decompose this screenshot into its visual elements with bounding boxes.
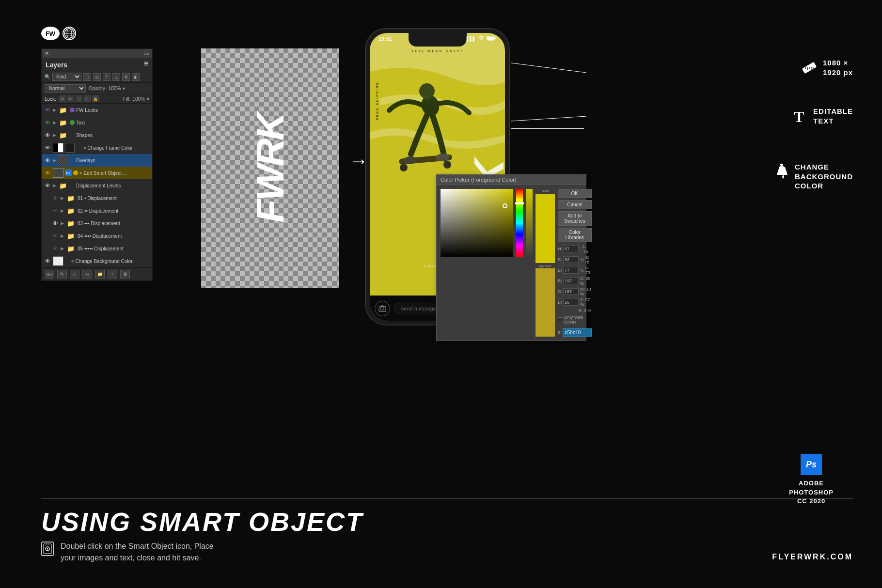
color-gradient-picker[interactable] xyxy=(441,189,513,257)
delete-button[interactable]: 🗑 xyxy=(120,270,130,279)
kind-dropdown[interactable]: Kind xyxy=(52,73,81,81)
svg-point-11 xyxy=(400,164,408,171)
layer-text[interactable]: 👁 ▶ 📁 Text xyxy=(42,116,152,129)
color-libraries-button[interactable]: Color Libraries xyxy=(558,228,592,242)
layer-mask xyxy=(65,143,75,153)
dimensions-annotation: 1080 × 1920 px xyxy=(802,58,853,77)
layer-overlays[interactable]: 👁 ▶ Overlays xyxy=(42,154,152,167)
panel-titlebar: ✕ >> xyxy=(42,49,152,58)
saturation-input[interactable] xyxy=(563,256,579,263)
visibility-eye[interactable]: 👁 xyxy=(44,182,51,189)
expand-chevron[interactable]: ▶ xyxy=(61,221,64,226)
layer-name: FW Looks xyxy=(76,108,150,113)
visibility-eye[interactable]: 👁 xyxy=(44,156,51,164)
this-week-text: THIS WEEK ONLY! xyxy=(370,49,505,53)
change-bg-annotation: CHANGE BACKGROUND COLOR xyxy=(774,162,853,191)
group-button[interactable]: 📁 xyxy=(95,270,105,279)
layer-displacement-03[interactable]: 👁 ▶ 📁 03 ••• Displacement xyxy=(42,217,152,230)
expand-chevron[interactable]: ▶ xyxy=(53,133,56,138)
layer-thumb: 📁 xyxy=(58,130,68,140)
hue-input[interactable] xyxy=(563,246,579,252)
type-filter[interactable]: T xyxy=(103,73,110,81)
blue-input[interactable] xyxy=(563,299,579,306)
new-layer-button[interactable]: □ xyxy=(70,270,79,279)
layer-change-frame[interactable]: 👁 > Change Frame Color xyxy=(42,141,152,154)
visibility-eye[interactable]: 👁 xyxy=(51,219,59,227)
visibility-eye[interactable]: 👁 xyxy=(44,131,51,139)
expand-chevron[interactable]: ▶ xyxy=(61,233,64,238)
annotation-line-1 xyxy=(511,85,584,85)
lock-all[interactable]: 🔒 xyxy=(92,95,99,102)
smart-filter[interactable]: ⚙ xyxy=(122,73,130,81)
visibility-eye[interactable]: 👁 xyxy=(44,257,51,265)
cancel-button[interactable]: Cancel xyxy=(558,200,592,209)
expand-chevron[interactable]: ▶ xyxy=(53,158,56,163)
layer-displacement-02[interactable]: 👁 ▶ 📁 02 •• Displacement xyxy=(42,204,152,217)
logo-area: FW xyxy=(41,27,76,40)
new-label: new xyxy=(536,189,555,193)
layer-displacement[interactable]: 👁 ▶ 📁 Displacement Levels xyxy=(42,179,152,192)
lock-artboard[interactable]: ↔ xyxy=(76,95,82,102)
fill-row: Fill: 100% ▾ xyxy=(123,96,149,102)
blend-mode-dropdown[interactable]: Normal xyxy=(45,84,86,93)
lock-move[interactable]: ⊡ xyxy=(84,95,91,102)
layer-displacement-01[interactable]: 👁 ▶ 📁 01 • Displacement xyxy=(42,192,152,204)
svg-point-12 xyxy=(443,161,451,169)
red-input[interactable] xyxy=(563,278,579,284)
color-picker-right-panel: OK Cancel Add to Swatches Color Librarie… xyxy=(558,189,592,337)
visibility-eye[interactable]: 👁 xyxy=(51,194,59,202)
bottom-section: USING SMART OBJECT Doubel click on the S… xyxy=(41,498,853,564)
visibility-eye[interactable]: 👁 xyxy=(44,106,51,114)
adjustment-button[interactable]: ◎ xyxy=(82,270,92,279)
lock-pixels[interactable]: ⊞ xyxy=(59,95,66,102)
layer-fw-looks[interactable]: 👁 ▶ 📁 FW Looks xyxy=(42,104,152,116)
expand-chevron[interactable]: ▶ xyxy=(61,246,64,251)
lock-row: Lock: ⊞ ✏ ↔ ⊡ 🔒 Fill: 100% ▾ xyxy=(42,94,152,104)
visibility-eye[interactable]: 👁 xyxy=(44,144,51,152)
green-input[interactable] xyxy=(563,288,579,295)
panel-expand[interactable]: >> xyxy=(144,51,149,56)
expand-chevron[interactable]: ▶ xyxy=(61,208,64,213)
go-button[interactable]: GO xyxy=(45,270,54,279)
hex-input[interactable] xyxy=(563,328,592,337)
layer-shapes[interactable]: 👁 ▶ 📁 Shapes xyxy=(42,129,152,141)
ok-button[interactable]: OK xyxy=(558,189,592,198)
panel-close[interactable]: ✕ xyxy=(45,50,49,57)
layer-displacement-04[interactable]: 👁 ▶ 📁 04 •••• Displacement xyxy=(42,230,152,242)
layers-list: 👁 ▶ 📁 FW Looks 👁 ▶ 📁 Text 👁 ▶ 📁 Shapes 👁 xyxy=(42,104,152,267)
pixel-filter[interactable]: □ xyxy=(83,73,91,81)
layer-displacement-05[interactable]: 👁 ▶ 📁 05 ••••• Displacement xyxy=(42,242,152,255)
hue-marker xyxy=(515,202,524,204)
layer-name: > Change Frame Color xyxy=(83,145,150,151)
expand-chevron[interactable]: ▶ xyxy=(53,108,56,112)
shape-filter[interactable]: △ xyxy=(112,73,120,81)
visibility-eye[interactable]: 👁 xyxy=(51,245,59,252)
arrow-right: → xyxy=(349,150,368,172)
layer-smart-object[interactable]: 👁 Ps < Edit Smart Object ... xyxy=(42,167,152,179)
visibility-eye[interactable]: 👁 xyxy=(44,119,51,126)
layer-change-bg[interactable]: 👁 < Change Background Color xyxy=(42,255,152,267)
alpha-slider[interactable] xyxy=(526,189,533,257)
visibility-eye[interactable]: 👁 xyxy=(51,207,59,215)
visibility-eye[interactable]: 👁 xyxy=(51,232,59,240)
expand-chevron[interactable]: ▶ xyxy=(53,120,56,125)
panel-menu[interactable]: ☰ xyxy=(144,61,148,66)
expand-chevron[interactable]: ▶ xyxy=(53,183,56,188)
color-filter[interactable]: ◐ xyxy=(132,73,140,81)
visibility-eye[interactable]: 👁 xyxy=(44,169,51,177)
expand-chevron[interactable]: ▶ xyxy=(61,196,64,201)
layer-thumb: 📁 xyxy=(58,105,68,115)
camera-button[interactable] xyxy=(375,301,390,316)
lock-position[interactable]: ✏ xyxy=(67,95,74,102)
opacity-chevron: ▾ xyxy=(123,86,125,91)
fx-button[interactable]: fx xyxy=(57,270,67,279)
add-to-swatches-button[interactable]: Add to Swatches xyxy=(558,211,592,226)
gradient-marker xyxy=(503,203,507,208)
add-button[interactable]: + xyxy=(108,270,117,279)
brightness-input[interactable] xyxy=(563,267,579,274)
color-picker-dialog: Color Picker (Foreground Color) new curr… xyxy=(436,174,586,341)
adjustment-filter[interactable]: ◎ xyxy=(93,73,101,81)
web-colors-checkbox[interactable] xyxy=(558,317,562,322)
hue-slider[interactable] xyxy=(516,189,523,257)
bottom-divider xyxy=(41,498,853,499)
